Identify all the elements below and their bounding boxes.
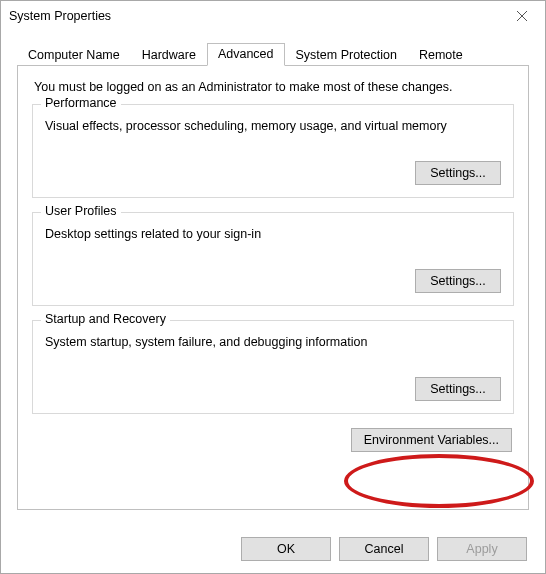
tab-advanced[interactable]: Advanced <box>207 43 285 66</box>
group-performance-legend: Performance <box>41 96 121 110</box>
dialog-footer: OK Cancel Apply <box>241 537 527 561</box>
tab-strip: Computer Name Hardware Advanced System P… <box>17 41 529 65</box>
group-startup-recovery: Startup and Recovery System startup, sys… <box>32 320 514 414</box>
group-performance-desc: Visual effects, processor scheduling, me… <box>45 119 501 133</box>
user-profiles-settings-button[interactable]: Settings... <box>415 269 501 293</box>
group-startup-recovery-desc: System startup, system failure, and debu… <box>45 335 501 349</box>
env-vars-row: Environment Variables... <box>32 428 512 452</box>
content-area: Computer Name Hardware Advanced System P… <box>1 31 545 510</box>
tab-hardware[interactable]: Hardware <box>131 44 207 66</box>
tab-system-protection[interactable]: System Protection <box>285 44 408 66</box>
startup-recovery-settings-button[interactable]: Settings... <box>415 377 501 401</box>
window-title: System Properties <box>9 9 111 23</box>
group-performance: Performance Visual effects, processor sc… <box>32 104 514 198</box>
ok-button[interactable]: OK <box>241 537 331 561</box>
admin-notice: You must be logged on as an Administrato… <box>34 80 514 94</box>
environment-variables-button[interactable]: Environment Variables... <box>351 428 512 452</box>
group-user-profiles-desc: Desktop settings related to your sign-in <box>45 227 501 241</box>
group-user-profiles: User Profiles Desktop settings related t… <box>32 212 514 306</box>
cancel-button[interactable]: Cancel <box>339 537 429 561</box>
tab-remote[interactable]: Remote <box>408 44 474 66</box>
tab-computer-name[interactable]: Computer Name <box>17 44 131 66</box>
group-startup-recovery-legend: Startup and Recovery <box>41 312 170 326</box>
titlebar: System Properties <box>1 1 545 31</box>
close-button[interactable] <box>507 5 537 27</box>
close-icon <box>517 11 527 21</box>
performance-settings-button[interactable]: Settings... <box>415 161 501 185</box>
apply-button[interactable]: Apply <box>437 537 527 561</box>
group-user-profiles-legend: User Profiles <box>41 204 121 218</box>
tab-panel-advanced: You must be logged on as an Administrato… <box>17 65 529 510</box>
system-properties-window: System Properties Computer Name Hardware… <box>0 0 546 574</box>
